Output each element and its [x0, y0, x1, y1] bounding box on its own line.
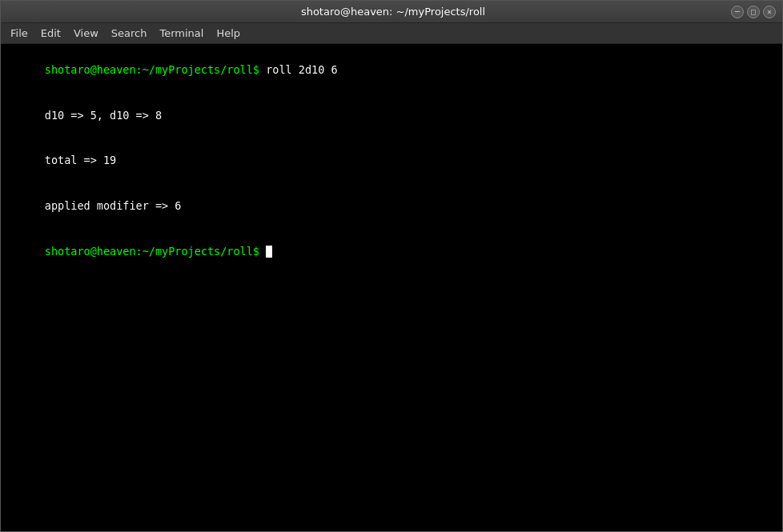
terminal-cursor: [266, 246, 272, 258]
command-2: [259, 245, 266, 258]
menubar: File Edit View Search Terminal Help: [1, 23, 782, 44]
titlebar-title: shotaro@heaven: ~/myProjects/roll: [55, 6, 731, 18]
maximize-button[interactable]: □: [747, 6, 760, 18]
output-3: applied modifier => 6: [45, 199, 182, 212]
terminal-body[interactable]: shotaro@heaven:~/myProjects/roll$ roll 2…: [1, 44, 782, 531]
terminal-line-5: shotaro@heaven:~/myProjects/roll$: [6, 229, 777, 274]
titlebar: shotaro@heaven: ~/myProjects/roll ─ □ ✕: [1, 1, 782, 23]
menu-edit[interactable]: Edit: [34, 26, 67, 41]
output-1: d10 => 5, d10 => 8: [45, 109, 162, 122]
prompt-1: shotaro@heaven:~/myProjects/roll$: [45, 63, 259, 76]
menu-file[interactable]: File: [4, 26, 34, 41]
terminal-line-2: d10 => 5, d10 => 8: [6, 93, 777, 138]
menu-view[interactable]: View: [67, 26, 105, 41]
terminal-line-3: total => 19: [6, 138, 777, 183]
prompt-2: shotaro@heaven:~/myProjects/roll$: [45, 245, 259, 258]
minimize-button[interactable]: ─: [731, 6, 744, 18]
close-button[interactable]: ✕: [763, 6, 776, 18]
menu-terminal[interactable]: Terminal: [153, 26, 210, 41]
command-1: roll 2d10 6: [259, 63, 338, 76]
titlebar-controls: ─ □ ✕: [731, 6, 776, 18]
menu-search[interactable]: Search: [105, 26, 154, 41]
output-2: total => 19: [45, 154, 116, 166]
menu-help[interactable]: Help: [210, 26, 247, 41]
terminal-line-4: applied modifier => 6: [6, 183, 777, 229]
terminal-line-1: shotaro@heaven:~/myProjects/roll$ roll 2…: [6, 47, 777, 93]
terminal-window: shotaro@heaven: ~/myProjects/roll ─ □ ✕ …: [0, 0, 783, 532]
